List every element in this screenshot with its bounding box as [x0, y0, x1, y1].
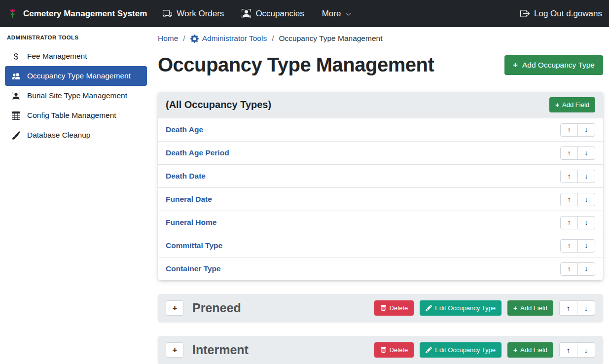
users-icon: [11, 72, 21, 80]
add-occupancy-type-button[interactable]: + Add Occupancy Type: [504, 55, 603, 75]
nav-more[interactable]: More: [322, 9, 352, 19]
move-down-button[interactable]: ↓: [577, 170, 595, 183]
pencil-icon: [426, 305, 432, 311]
move-up-button[interactable]: ↑: [560, 123, 578, 137]
nav-occupancies[interactable]: Occupancies: [242, 9, 304, 19]
breadcrumb-separator: /: [272, 34, 274, 43]
field-link[interactable]: Death Age: [166, 125, 203, 134]
delete-label: Delete: [390, 346, 408, 354]
field-link[interactable]: Death Date: [166, 172, 206, 181]
field-link[interactable]: Committal Type: [166, 241, 222, 250]
reorder-buttons: ↑ ↓: [560, 123, 595, 137]
sidebar-item-label: Database Cleanup: [27, 131, 90, 140]
move-up-button[interactable]: ↑: [559, 342, 577, 358]
add-field-button[interactable]: + Add Field: [507, 342, 553, 358]
trash-icon: [380, 347, 387, 353]
add-field-label: Add Field: [562, 101, 589, 109]
truck-icon: [163, 9, 172, 18]
field-row: Death Age Period ↑ ↓: [158, 141, 603, 164]
sidebar: Administrator Tools Fee Management Occup…: [0, 27, 152, 364]
nav-work-orders[interactable]: Work Orders: [163, 9, 224, 19]
move-down-button[interactable]: ↓: [577, 193, 595, 206]
move-up-button[interactable]: ↑: [560, 146, 578, 160]
move-up-button[interactable]: ↑: [560, 216, 578, 229]
add-field-button[interactable]: + Add Field: [507, 300, 553, 316]
logout-label: Log Out d.gowans: [534, 9, 602, 19]
sidebar-item-burial-site-type-management[interactable]: Burial Site Type Management: [5, 86, 147, 106]
breadcrumb-admin-tools-label: Administrator Tools: [202, 34, 267, 43]
dollar-icon: [11, 52, 21, 61]
sidebar-item-label: Burial Site Type Management: [27, 91, 127, 100]
edit-occupancy-type-button[interactable]: Edit Occupancy Type: [420, 342, 502, 358]
field-link[interactable]: Funeral Home: [166, 218, 216, 227]
sidebar-item-label: Occupancy Type Management: [27, 72, 131, 80]
logout-icon: [520, 9, 530, 18]
breadcrumb-separator: /: [183, 34, 185, 43]
plus-icon: +: [513, 347, 517, 354]
move-up-button[interactable]: ↑: [559, 300, 577, 316]
occupancy-type-section: + Preneed Delete Edit Occupancy Type: [158, 294, 603, 322]
expand-button[interactable]: +: [166, 300, 184, 316]
add-occupancy-type-label: Add Occupancy Type: [522, 61, 595, 70]
field-list: Death Age ↑ ↓ Death Age Period ↑ ↓ Dea: [158, 118, 603, 280]
move-down-button[interactable]: ↓: [577, 262, 595, 276]
move-down-button[interactable]: ↓: [577, 239, 595, 253]
field-row: Death Age ↑ ↓: [158, 118, 603, 141]
move-up-button[interactable]: ↑: [560, 170, 578, 183]
reorder-buttons: ↑ ↓: [560, 216, 595, 229]
breadcrumb: Home / Administrator Tools / Occupancy T…: [158, 31, 603, 43]
reorder-buttons: ↑ ↓: [559, 342, 595, 358]
move-up-button[interactable]: ↑: [560, 262, 578, 276]
main-content: Home / Administrator Tools / Occupancy T…: [152, 27, 609, 364]
pencil-icon: [426, 347, 432, 353]
plus-icon: +: [513, 305, 517, 312]
trash-icon: [380, 305, 387, 311]
all-occupancy-types-card: (All Occupancy Types) + Add Field Death …: [158, 92, 603, 280]
reorder-buttons: ↑ ↓: [560, 262, 595, 276]
move-up-button[interactable]: ↑: [560, 193, 578, 206]
edit-occupancy-type-button[interactable]: Edit Occupancy Type: [420, 300, 502, 316]
delete-button[interactable]: Delete: [374, 342, 414, 358]
field-link[interactable]: Funeral Date: [166, 195, 212, 204]
occupancy-type-title: Interment: [192, 343, 249, 357]
sidebar-header: Administrator Tools: [0, 27, 152, 46]
nav-occupancies-label: Occupancies: [255, 9, 304, 19]
move-up-button[interactable]: ↑: [560, 239, 578, 253]
breadcrumb-admin-tools[interactable]: Administrator Tools: [190, 34, 267, 43]
move-down-button[interactable]: ↓: [577, 123, 595, 137]
logout-button[interactable]: Log Out d.gowans: [520, 9, 602, 19]
field-link[interactable]: Death Age Period: [166, 148, 229, 157]
delete-button[interactable]: Delete: [374, 300, 414, 316]
table-icon: [11, 111, 21, 120]
app-title: Cemetery Management System: [23, 9, 147, 19]
reorder-buttons: ↑ ↓: [559, 300, 595, 316]
broom-icon: [11, 131, 21, 140]
occupancy-type-title: Preneed: [192, 301, 241, 315]
move-down-button[interactable]: ↓: [577, 300, 595, 316]
reorder-buttons: ↑ ↓: [560, 170, 595, 183]
sidebar-item-database-cleanup[interactable]: Database Cleanup: [5, 125, 147, 145]
field-link[interactable]: Container Type: [166, 264, 221, 273]
section-actions: Delete Edit Occupancy Type + Add Field ↑: [374, 300, 595, 316]
move-down-button[interactable]: ↓: [577, 342, 595, 358]
breadcrumb-home[interactable]: Home: [158, 34, 178, 43]
field-row: Death Date ↑ ↓: [158, 164, 603, 187]
sidebar-item-config-table-management[interactable]: Config Table Management: [5, 106, 147, 125]
page-title: Occupancy Type Management: [158, 54, 434, 76]
reorder-buttons: ↑ ↓: [560, 146, 595, 160]
plus-icon: +: [513, 61, 518, 69]
field-row: Funeral Home ↑ ↓: [158, 211, 603, 234]
expand-button[interactable]: +: [166, 342, 184, 358]
sidebar-item-occupancy-type-management[interactable]: Occupancy Type Management: [5, 66, 147, 86]
title-row: Occupancy Type Management + Add Occupanc…: [158, 54, 603, 76]
field-row: Container Type ↑ ↓: [158, 257, 603, 280]
sidebar-item-fee-management[interactable]: Fee Management: [5, 46, 147, 66]
section-actions: Delete Edit Occupancy Type + Add Field ↑: [374, 342, 595, 358]
nav-more-label: More: [322, 9, 341, 19]
move-down-button[interactable]: ↓: [577, 146, 595, 160]
main-nav: Work Orders Occupancies More: [163, 9, 352, 19]
card-header: (All Occupancy Types) + Add Field: [158, 92, 603, 118]
gear-icon: [190, 35, 199, 43]
add-field-button[interactable]: + Add Field: [549, 97, 595, 112]
move-down-button[interactable]: ↓: [577, 216, 595, 229]
